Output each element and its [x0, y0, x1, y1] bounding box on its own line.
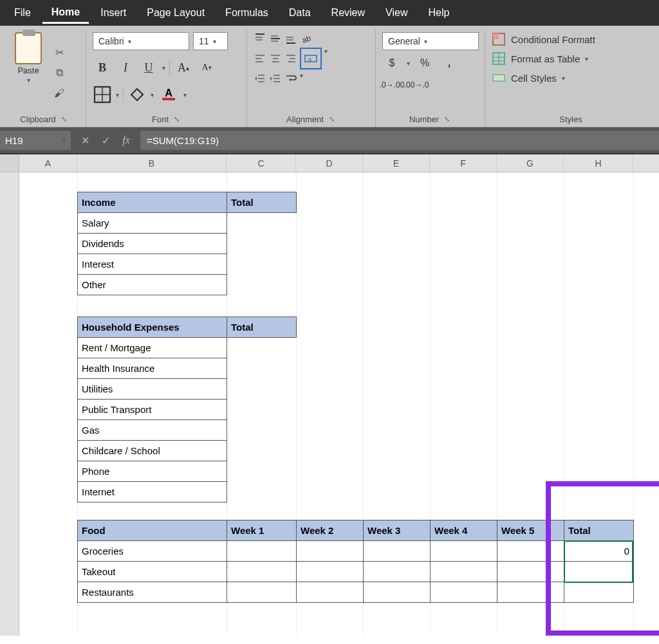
cells-area[interactable]: Income Total Salary Dividends Interest O… [19, 172, 659, 636]
table-row[interactable]: Utilities [78, 379, 227, 400]
income-table[interactable]: Income Total Salary Dividends Interest O… [77, 192, 297, 295]
cell[interactable] [227, 582, 297, 603]
col-header-F[interactable]: F [430, 154, 497, 172]
cell[interactable] [431, 582, 497, 603]
menu-view[interactable]: View [376, 3, 416, 23]
table-row[interactable]: Internet [78, 482, 227, 502]
font-size-select[interactable]: 11 ▾ [193, 32, 228, 50]
alignment-dialog-launcher[interactable]: ⤡ [328, 115, 336, 124]
income-header[interactable]: Income [78, 192, 227, 213]
menu-data[interactable]: Data [280, 3, 320, 23]
table-row[interactable]: Groceries [78, 541, 227, 562]
increase-font-icon[interactable]: A▴ [174, 58, 193, 77]
col-header-C[interactable]: C [227, 154, 296, 172]
row-header[interactable] [0, 378, 19, 399]
cell[interactable] [227, 541, 297, 562]
name-box[interactable]: H19 ▾ [0, 131, 71, 150]
row-header[interactable] [0, 172, 19, 193]
percent-button[interactable]: % [415, 54, 434, 72]
table-row[interactable]: Public Transport [78, 400, 227, 420]
align-left-icon[interactable] [254, 48, 266, 69]
food-week5-header[interactable]: Week 5 [497, 520, 564, 541]
underline-button[interactable]: U [139, 58, 158, 77]
table-row[interactable]: Other [78, 275, 227, 295]
row-header[interactable] [0, 605, 19, 625]
font-color-button[interactable]: A [158, 85, 180, 104]
align-center-icon[interactable] [269, 48, 282, 69]
comma-button[interactable]: , [440, 54, 459, 72]
decrease-decimal-icon[interactable]: .00→.0 [407, 76, 426, 94]
menu-file[interactable]: File [5, 3, 40, 23]
row-header[interactable] [0, 522, 19, 543]
row-header[interactable] [0, 358, 19, 378]
merge-center-button[interactable]: a [300, 48, 322, 69]
align-bottom-icon[interactable] [284, 32, 297, 45]
row-header[interactable] [0, 481, 19, 502]
row-header[interactable] [0, 502, 19, 522]
cell[interactable] [297, 582, 364, 603]
row-header[interactable] [0, 440, 19, 461]
table-row[interactable]: Gas [78, 420, 227, 441]
cell[interactable] [364, 582, 431, 603]
number-format-select[interactable]: General ▾ [382, 32, 479, 50]
col-header-A[interactable]: A [19, 154, 77, 172]
formula-input[interactable] [140, 131, 659, 150]
table-row[interactable]: Childcare / School [78, 441, 227, 461]
row-header[interactable] [0, 275, 19, 296]
align-right-icon[interactable] [284, 48, 297, 69]
food-week3-header[interactable]: Week 3 [364, 520, 431, 541]
cell-total[interactable]: 0 [564, 541, 634, 562]
cell-total[interactable] [564, 562, 634, 582]
format-painter-icon[interactable]: 🖌 [51, 86, 67, 101]
spreadsheet[interactable]: A B C D E F G H [0, 154, 659, 636]
borders-button[interactable] [93, 85, 112, 104]
menu-formulas[interactable]: Formulas [216, 3, 277, 23]
fill-color-button[interactable] [127, 85, 147, 104]
row-header[interactable] [0, 255, 19, 275]
food-week2-header[interactable]: Week 2 [297, 520, 364, 541]
table-row[interactable]: Dividends [78, 234, 227, 254]
cut-icon[interactable]: ✂ [51, 44, 67, 60]
align-middle-icon[interactable] [269, 32, 282, 45]
row-header[interactable] [0, 234, 19, 255]
cell[interactable] [431, 541, 497, 562]
cancel-formula-icon[interactable]: ✕ [77, 133, 93, 148]
menu-insert[interactable]: Insert [91, 3, 135, 23]
col-header-G[interactable]: G [497, 154, 564, 172]
food-total-header[interactable]: Total [564, 520, 634, 541]
menu-page-layout[interactable]: Page Layout [138, 3, 214, 23]
row-header[interactable] [0, 543, 19, 564]
table-row[interactable]: Health Insurance [78, 358, 227, 379]
copy-icon[interactable]: ⧉ [51, 65, 67, 80]
row-header[interactable] [0, 296, 19, 317]
conditional-formatting-button[interactable]: Conditional Formatt [492, 32, 650, 46]
cell[interactable] [364, 562, 431, 582]
format-as-table-button[interactable]: Format as Table ▾ [492, 51, 650, 66]
cell[interactable] [227, 562, 297, 582]
bold-button[interactable]: B [93, 58, 112, 77]
currency-button[interactable]: $ [382, 54, 402, 72]
fx-icon[interactable]: fx [118, 133, 134, 148]
row-header[interactable] [0, 419, 19, 440]
decrease-indent-icon[interactable] [254, 72, 266, 85]
italic-button[interactable]: I [116, 58, 135, 77]
row-header[interactable] [0, 193, 19, 214]
font-name-select[interactable]: Calibri ▾ [93, 32, 189, 50]
food-table[interactable]: Food Week 1 Week 2 Week 3 Week 4 Week 5 … [77, 520, 634, 603]
row-header[interactable] [0, 214, 19, 234]
cell[interactable] [297, 562, 364, 582]
row-header[interactable] [0, 399, 19, 419]
cell[interactable] [497, 541, 564, 562]
table-row[interactable]: Takeout [78, 562, 227, 582]
food-week1-header[interactable]: Week 1 [227, 520, 297, 541]
table-row[interactable]: Salary [78, 213, 227, 234]
table-row[interactable]: Restaurants [78, 582, 227, 603]
table-row[interactable]: Phone [78, 461, 227, 482]
col-header-H[interactable]: H [564, 154, 633, 172]
household-header[interactable]: Household Expenses [78, 317, 227, 338]
menu-help[interactable]: Help [419, 3, 458, 23]
menu-review[interactable]: Review [322, 3, 374, 23]
income-total-header[interactable]: Total [227, 192, 297, 213]
cell[interactable] [431, 562, 497, 582]
food-header[interactable]: Food [78, 520, 227, 541]
